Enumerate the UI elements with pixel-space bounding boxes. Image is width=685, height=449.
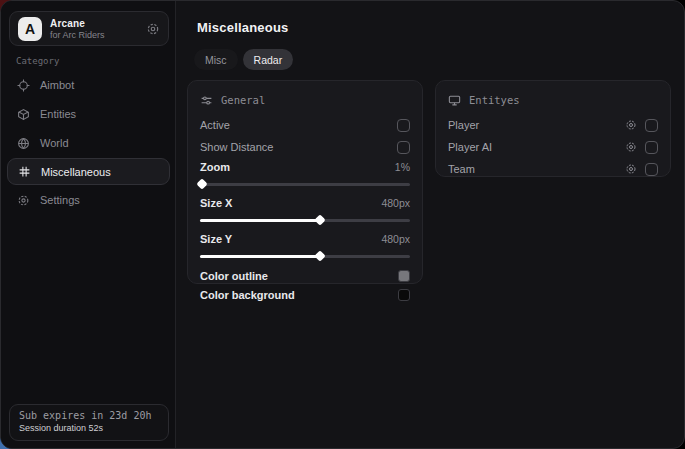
sidebar-item-label: World [40, 137, 69, 149]
size-y-slider-thumb[interactable] [314, 250, 325, 261]
sidebar-item-aimbot[interactable]: Aimbot [7, 71, 170, 99]
size-y-slider[interactable] [200, 252, 410, 260]
sidebar-item-world[interactable]: World [7, 129, 170, 157]
size-y-row: Size Y 480px [200, 230, 410, 248]
general-card-header: General [200, 90, 410, 110]
color-background-swatch[interactable] [398, 289, 410, 301]
player-row: Player [448, 114, 658, 136]
sub-expiry-text: Sub expires in 23d 20h [19, 410, 159, 421]
app-subtitle: for Arc Riders [50, 30, 146, 40]
color-outline-label: Color outline [200, 270, 268, 282]
player-checkbox[interactable] [645, 119, 658, 132]
sidebar-item-label: Aimbot [40, 79, 74, 91]
zoom-slider-thumb[interactable] [196, 178, 207, 189]
show-distance-row: Show Distance [200, 136, 410, 158]
player-label: Player [448, 119, 479, 131]
monitor-icon [448, 94, 461, 107]
zoom-value: 1% [395, 161, 410, 173]
player-ai-checkbox[interactable] [645, 141, 658, 154]
subscription-info-box: Sub expires in 23d 20h Session duration … [9, 404, 169, 441]
app-name: Arcane [50, 18, 146, 29]
sliders-icon [200, 94, 213, 107]
brand-text: Arcane for Arc Riders [50, 18, 146, 40]
show-distance-label: Show Distance [200, 141, 273, 153]
sidebar-item-label: Miscellaneous [41, 166, 111, 178]
zoom-slider[interactable] [200, 180, 410, 188]
active-checkbox[interactable] [397, 119, 410, 132]
session-duration-text: Session duration 52s [19, 423, 159, 433]
size-y-label: Size Y [200, 233, 232, 245]
globe-icon [17, 137, 30, 150]
zoom-label: Zoom [200, 161, 230, 173]
entities-card-title: Entityes [469, 94, 520, 106]
player-ai-label: Player AI [448, 141, 492, 153]
general-card-title: General [221, 94, 265, 106]
gear-icon [17, 194, 30, 207]
entities-card-header: Entityes [448, 90, 658, 110]
entities-card: Entityes Player Player AI [435, 80, 671, 177]
gear-icon[interactable] [625, 141, 637, 153]
color-background-label: Color background [200, 289, 295, 301]
team-label: Team [448, 163, 475, 175]
player-ai-row: Player AI [448, 136, 658, 158]
sidebar-item-settings[interactable]: Settings [7, 186, 170, 214]
size-x-slider-thumb[interactable] [314, 214, 325, 225]
color-background-row: Color background [200, 285, 410, 304]
app-logo: A [18, 17, 42, 41]
tab-bar: Misc Radar [194, 49, 293, 70]
sidebar-item-miscellaneous[interactable]: Miscellaneous [7, 158, 170, 185]
active-label: Active [200, 119, 230, 131]
color-outline-swatch[interactable] [398, 270, 410, 282]
gear-icon[interactable] [625, 163, 637, 175]
gear-icon[interactable] [146, 22, 160, 36]
tab-radar[interactable]: Radar [243, 49, 294, 70]
sidebar-nav: Aimbot Entities World [7, 71, 170, 214]
show-distance-checkbox[interactable] [397, 141, 410, 154]
page-title: Miscellaneous [197, 20, 288, 35]
app-window: A Arcane for Arc Riders Category Aimbot [0, 0, 685, 449]
slider-fill [200, 255, 320, 258]
size-x-row: Size X 480px [200, 194, 410, 212]
brand-card: A Arcane for Arc Riders [9, 11, 169, 46]
size-x-slider[interactable] [200, 216, 410, 224]
size-x-value: 480px [381, 197, 410, 209]
sidebar-item-label: Entities [40, 108, 76, 120]
grid-hash-icon [18, 165, 31, 178]
crosshair-icon [17, 79, 30, 92]
main-panel: Miscellaneous Misc Radar General Active … [177, 1, 684, 448]
cube-icon [17, 108, 30, 121]
zoom-row: Zoom 1% [200, 158, 410, 176]
slider-fill [200, 219, 320, 222]
size-x-label: Size X [200, 197, 232, 209]
slider-track [200, 183, 410, 186]
active-row: Active [200, 114, 410, 136]
team-row: Team [448, 158, 658, 180]
size-y-value: 480px [381, 233, 410, 245]
team-checkbox[interactable] [645, 163, 658, 176]
sidebar-item-label: Settings [40, 194, 80, 206]
sidebar-item-entities[interactable]: Entities [7, 100, 170, 128]
general-card: General Active Show Distance Zoom 1% Siz… [187, 80, 423, 284]
category-label: Category [16, 56, 59, 66]
color-outline-row: Color outline [200, 266, 410, 285]
gear-icon[interactable] [625, 119, 637, 131]
sidebar: A Arcane for Arc Riders Category Aimbot [1, 1, 176, 448]
tab-misc[interactable]: Misc [194, 49, 238, 70]
